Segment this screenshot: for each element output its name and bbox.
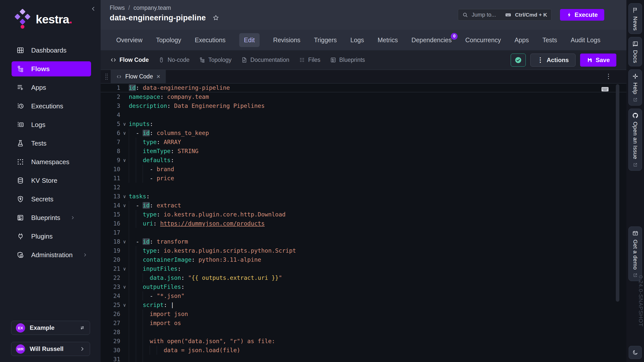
view-blueprints[interactable]: Blueprints	[330, 57, 365, 63]
code-text: inputs:	[129, 119, 153, 128]
drag-handle[interactable]	[101, 70, 111, 83]
code-line-19[interactable]: 19type: io.kestra.plugin.scripts.python.…	[101, 246, 626, 255]
sidebar-item-apps[interactable]: Apps	[12, 80, 91, 95]
sidebar-item-executions[interactable]: Executions	[12, 99, 91, 114]
code-line-18[interactable]: 18∨- id: transform	[101, 237, 626, 246]
tab-revisions[interactable]: Revisions	[273, 36, 300, 44]
save-button[interactable]: Save	[580, 54, 616, 67]
fold-chevron-icon[interactable]: ∨	[120, 119, 129, 128]
view-flow-code[interactable]: Flow Code	[110, 57, 149, 63]
code-line-25[interactable]: 25∨script: |	[101, 300, 626, 309]
editor-tab-flow-code[interactable]: Flow Code ×	[111, 70, 166, 83]
sidebar-item-secrets[interactable]: Secrets	[12, 192, 91, 207]
validation-status-button[interactable]	[511, 54, 526, 67]
sidebar-item-label: Dashboards	[31, 47, 66, 54]
view-no-code[interactable]: No-code	[158, 57, 189, 63]
code-line-29[interactable]: 29with open("data.json", "r") as file:	[101, 337, 626, 346]
scrollbar-thumb[interactable]	[616, 84, 619, 302]
code-line-1[interactable]: 1id: data-engineering-pipeline	[101, 83, 626, 92]
jump-to-search[interactable]: Jump to... Ctrl/Cmd + K	[458, 9, 551, 21]
code-line-9[interactable]: 9∨defaults:	[101, 156, 626, 165]
tab-dependencies[interactable]: Dependencies0	[412, 36, 452, 44]
tab-edit[interactable]: Edit	[239, 33, 260, 47]
code-line-17[interactable]: 17	[101, 228, 626, 237]
view-files[interactable]: Files	[299, 57, 320, 63]
fold-chevron-icon[interactable]: ∨	[120, 192, 129, 201]
rail-button-open-an-issue[interactable]: Open an Issue	[628, 109, 642, 171]
breadcrumb-namespace[interactable]: company.team	[133, 5, 171, 11]
view-topology[interactable]: Topology	[199, 57, 231, 63]
tab-apps[interactable]: Apps	[514, 36, 529, 44]
sidebar-item-dashboards[interactable]: Dashboards	[12, 43, 91, 58]
code-line-22[interactable]: 22data.json: "{{ outputs.extract.uri }}"	[101, 273, 626, 282]
sidebar-item-flows[interactable]: Flows	[12, 61, 91, 76]
workspace-switcher[interactable]: EX Example	[11, 321, 90, 335]
fold-chevron-icon[interactable]: ∨	[120, 264, 129, 273]
code-line-31[interactable]: 31	[101, 355, 626, 362]
code-line-26[interactable]: 26import json	[101, 309, 626, 319]
code-line-20[interactable]: 20containerImage: python:3.11-alpine	[101, 255, 626, 264]
fold-chevron-icon[interactable]: ∨	[120, 282, 129, 291]
theme-toggle-button[interactable]	[629, 346, 642, 359]
tab-executions[interactable]: Executions	[195, 36, 225, 44]
editor-scrollbar[interactable]	[616, 84, 619, 359]
code-line-11[interactable]: 11- price	[101, 174, 626, 183]
tab-topology[interactable]: Topology	[156, 36, 181, 44]
actions-button[interactable]: ⋮ Actions	[530, 54, 576, 67]
breadcrumb-flows[interactable]: Flows	[110, 5, 125, 11]
sidebar-collapse-icon[interactable]	[90, 6, 97, 12]
fold-chevron-icon[interactable]: ∨	[120, 201, 129, 210]
code-line-4[interactable]: 4	[101, 110, 626, 119]
tab-logs[interactable]: Logs	[350, 36, 364, 44]
sidebar-item-logs[interactable]: Logs	[12, 117, 91, 132]
tab-tests[interactable]: Tests	[542, 36, 557, 44]
code-line-7[interactable]: 7type: ARRAY	[101, 138, 626, 147]
sidebar-item-plugins[interactable]: Plugins	[12, 229, 91, 244]
code-line-14[interactable]: 14∨- id: extract	[101, 201, 626, 210]
code-line-28[interactable]: 28	[101, 328, 626, 337]
sidebar-item-tests[interactable]: Tests	[12, 136, 91, 151]
execute-button[interactable]: Execute	[560, 9, 604, 21]
code-line-2[interactable]: 2namespace: company.team	[101, 92, 626, 101]
rail-button-get-a-demo[interactable]: Get a demo	[628, 227, 642, 281]
sidebar-item-kv-store[interactable]: KV Store	[12, 173, 91, 188]
code-line-6[interactable]: 6∨- id: columns_to_keep	[101, 128, 626, 138]
tab-triggers[interactable]: Triggers	[314, 36, 337, 44]
code-line-12[interactable]: 12	[101, 183, 626, 192]
code-line-24[interactable]: 24- "*.json"	[101, 291, 626, 300]
tab-overview[interactable]: Overview	[116, 36, 142, 44]
code-line-5[interactable]: 5∨inputs:	[101, 119, 626, 128]
close-tab-icon[interactable]: ×	[156, 73, 160, 80]
fold-chevron-icon[interactable]: ∨	[120, 156, 129, 165]
editor-keyboard-overlay-icon[interactable]	[599, 85, 611, 93]
favorite-star-icon[interactable]	[212, 14, 219, 21]
kestra-logo[interactable]: kestra.	[15, 10, 72, 29]
code-line-16[interactable]: 16uri: https://dummyjson.com/products	[101, 219, 626, 228]
rail-button-news[interactable]: News	[628, 3, 642, 34]
editor-options-kebab-icon[interactable]: ⋮	[605, 72, 612, 80]
code-line-15[interactable]: 15type: io.kestra.plugin.core.http.Downl…	[101, 210, 626, 219]
code-line-21[interactable]: 21∨inputFiles:	[101, 264, 626, 273]
user-menu[interactable]: WR Will Russell	[11, 342, 90, 356]
tab-audit-logs[interactable]: Audit Logs	[571, 36, 600, 44]
code-editor[interactable]: 1id: data-engineering-pipeline2namespace…	[101, 83, 626, 362]
code-line-3[interactable]: 3description: Data Engineering Pipelines	[101, 101, 626, 110]
rail-button-help[interactable]: Help	[628, 69, 642, 106]
fold-chevron-icon[interactable]: ∨	[120, 128, 129, 138]
sidebar-item-administration[interactable]: Administration	[12, 247, 91, 262]
code-line-30[interactable]: 30data = json.load(file)	[101, 346, 626, 355]
sidebar-item-namespaces[interactable]: Namespaces	[12, 154, 91, 169]
tab-concurrency[interactable]: Concurrency	[465, 36, 501, 44]
code-line-13[interactable]: 13∨tasks:	[101, 192, 626, 201]
sidebar-item-blueprints[interactable]: Blueprints	[12, 210, 91, 225]
code-line-23[interactable]: 23∨outputFiles:	[101, 282, 626, 291]
fold-chevron-icon[interactable]: ∨	[120, 300, 129, 309]
rail-button-docs[interactable]: Docs	[628, 37, 642, 66]
editor-tab-label: Flow Code	[125, 73, 153, 80]
view-documentation[interactable]: Documentation	[241, 57, 289, 63]
code-line-10[interactable]: 10- brand	[101, 165, 626, 174]
code-line-27[interactable]: 27import os	[101, 319, 626, 328]
tab-metrics[interactable]: Metrics	[378, 36, 398, 44]
fold-chevron-icon[interactable]: ∨	[120, 237, 129, 246]
code-line-8[interactable]: 8itemType: STRING	[101, 147, 626, 156]
